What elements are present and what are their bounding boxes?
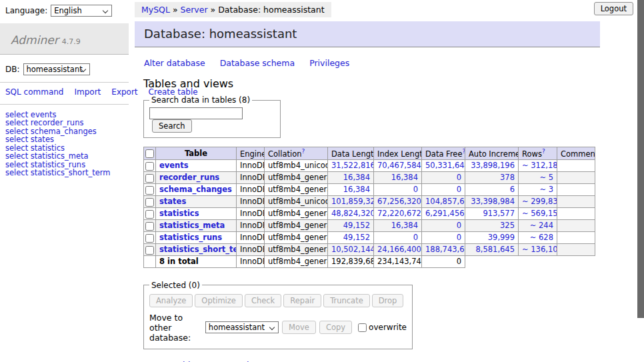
- comment-cell: [557, 219, 595, 231]
- sidebar-select-link[interactable]: select recorder_runs: [5, 119, 123, 127]
- row-checkbox[interactable]: [145, 198, 154, 207]
- scrollbar-thumb[interactable]: [637, 0, 644, 318]
- row-checkbox[interactable]: [145, 222, 154, 231]
- table-name-link[interactable]: statistics: [159, 209, 199, 218]
- row-checkbox[interactable]: [145, 186, 154, 195]
- row-checkbox[interactable]: [145, 174, 154, 183]
- table-name-link[interactable]: statistics_runs: [159, 233, 222, 242]
- data-length-link[interactable]: 31,522,816: [331, 161, 374, 170]
- rows-link[interactable]: ~ 312,180: [522, 161, 557, 170]
- data-free-link[interactable]: 50,331,648: [425, 161, 465, 170]
- logout-button[interactable]: Logout: [594, 2, 633, 15]
- data-free-link[interactable]: 0: [457, 221, 461, 230]
- data-length-link[interactable]: 49,152: [343, 221, 370, 230]
- rows-link[interactable]: ~ 244: [530, 221, 553, 230]
- table-row: statistics_metaInnoDButf8mb4_general_ci4…: [144, 219, 595, 231]
- vertical-scrollbar[interactable]: [637, 0, 644, 362]
- data-free-link[interactable]: 0: [457, 233, 461, 242]
- tables-overview-table: Table Engine? Collation? Data Length? In…: [143, 147, 595, 268]
- adminer-logo: Adminer4.7.9: [0, 23, 129, 55]
- row-checkbox[interactable]: [145, 234, 154, 243]
- table-name-link[interactable]: states: [159, 197, 186, 206]
- data-free-link[interactable]: 188,743,680: [425, 245, 465, 254]
- selected-legend: Selected (0): [149, 281, 202, 290]
- row-checkbox[interactable]: [145, 246, 154, 255]
- table-name-link[interactable]: schema_changes: [159, 185, 232, 194]
- auto-increment-link[interactable]: 8,581,645: [475, 245, 515, 254]
- index-length-link[interactable]: 0: [413, 233, 418, 242]
- data-length-link[interactable]: 16,384: [343, 173, 370, 182]
- data-length-link[interactable]: 49,152: [343, 233, 370, 242]
- index-length-link[interactable]: 16,384: [391, 173, 418, 182]
- table-header-row: Table Engine? Collation? Data Length? In…: [144, 147, 595, 160]
- data-length-link[interactable]: 48,824,320: [331, 209, 374, 218]
- db-action-link[interactable]: Database schema: [220, 58, 295, 68]
- db-action-link[interactable]: Alter database: [144, 58, 205, 68]
- collation-cell: utf8mb4_general_ci: [265, 207, 328, 219]
- comment-cell: [557, 207, 595, 219]
- sidebar-select-link[interactable]: select statistics_short_term: [5, 169, 123, 177]
- rows-link[interactable]: ~ 136,108: [522, 245, 557, 254]
- data-free-link[interactable]: 0: [457, 185, 461, 194]
- total-data-free: 0: [422, 255, 465, 267]
- index-length-link[interactable]: 24,166,400: [377, 245, 421, 254]
- index-length-link[interactable]: 16,384: [391, 221, 418, 230]
- auto-increment-link[interactable]: 913,577: [483, 209, 515, 218]
- auto-increment-link[interactable]: 39,999: [488, 233, 515, 242]
- rows-link[interactable]: ~ 3: [539, 185, 553, 194]
- select-all-checkbox[interactable]: [145, 149, 154, 158]
- index-length-link[interactable]: 72,220,672: [377, 209, 421, 218]
- rows-link[interactable]: ~ 569,159: [522, 209, 557, 218]
- index-length-link[interactable]: 67,256,320: [377, 197, 421, 206]
- data-length-link[interactable]: 101,859,328: [331, 197, 374, 206]
- engine-cell: InnoDB: [237, 207, 265, 219]
- table-row: eventsInnoDButf8mb4_unicode_ci31,522,816…: [144, 159, 595, 171]
- data-free-link[interactable]: 0: [457, 173, 461, 182]
- auto-increment-link[interactable]: 6: [510, 185, 515, 194]
- help-link[interactable]: ?: [302, 148, 305, 155]
- index-length-link[interactable]: 0: [413, 185, 418, 194]
- table-body: eventsInnoDButf8mb4_unicode_ci31,522,816…: [144, 159, 595, 255]
- table-name-link[interactable]: statistics_meta: [159, 221, 225, 230]
- db-label: DB:: [5, 65, 20, 74]
- table-name-link[interactable]: statistics_short_term: [159, 245, 237, 254]
- auto-increment-link[interactable]: 33,898,196: [471, 161, 515, 170]
- search-input[interactable]: [149, 107, 243, 119]
- search-fieldset: Search data in tables (8) Search: [143, 95, 281, 138]
- search-button[interactable]: Search: [152, 119, 192, 133]
- data-length-link[interactable]: 10,502,144: [331, 245, 374, 254]
- adminer-version: 4.7.9: [62, 37, 81, 46]
- rows-link[interactable]: ~ 5: [539, 173, 553, 182]
- sidebar-select-link[interactable]: select statistics_meta: [5, 152, 123, 161]
- row-checkbox[interactable]: [145, 210, 154, 219]
- overwrite-checkbox[interactable]: [358, 323, 367, 332]
- data-length-link[interactable]: 16,384: [343, 185, 370, 194]
- rows-link[interactable]: ~ 299,833: [522, 197, 557, 206]
- row-checkbox[interactable]: [145, 162, 154, 171]
- sidebar-link[interactable]: SQL command: [5, 87, 63, 97]
- help-link[interactable]: ?: [542, 148, 545, 155]
- sidebar-table-links: select eventsselect recorder_runsselect …: [0, 105, 129, 177]
- drop-button: Drop: [372, 294, 404, 307]
- data-free-link[interactable]: 104,857,600: [425, 197, 465, 206]
- db-action-link[interactable]: Privileges: [309, 58, 349, 68]
- help-link[interactable]: ?: [463, 148, 465, 155]
- breadcrumb-server-link[interactable]: Server: [181, 5, 208, 15]
- sidebar-select-link[interactable]: select states: [5, 135, 123, 144]
- total-label: 8 in total: [156, 255, 237, 267]
- language-select[interactable]: English: [51, 5, 112, 17]
- table-row: recorder_runsInnoDButf8mb4_general_ci16,…: [144, 171, 595, 183]
- auto-increment-link[interactable]: 378: [500, 173, 515, 182]
- auto-increment-link[interactable]: 325: [500, 221, 515, 230]
- table-name-link[interactable]: events: [159, 161, 189, 170]
- rows-link[interactable]: ~ 628: [530, 233, 553, 242]
- db-select[interactable]: homeassistant: [23, 63, 90, 75]
- move-database-select[interactable]: homeassistant: [205, 321, 279, 333]
- auto-increment-link[interactable]: 33,398,984: [471, 197, 515, 206]
- breadcrumb-mysql-link[interactable]: MySQL: [141, 5, 170, 15]
- table-name-link[interactable]: recorder_runs: [159, 173, 219, 182]
- data-free-link[interactable]: 6,291,456: [425, 209, 465, 218]
- sidebar-link[interactable]: Import: [74, 87, 101, 97]
- sidebar-link[interactable]: Export: [111, 87, 137, 97]
- index-length-link[interactable]: 70,467,584: [377, 161, 421, 170]
